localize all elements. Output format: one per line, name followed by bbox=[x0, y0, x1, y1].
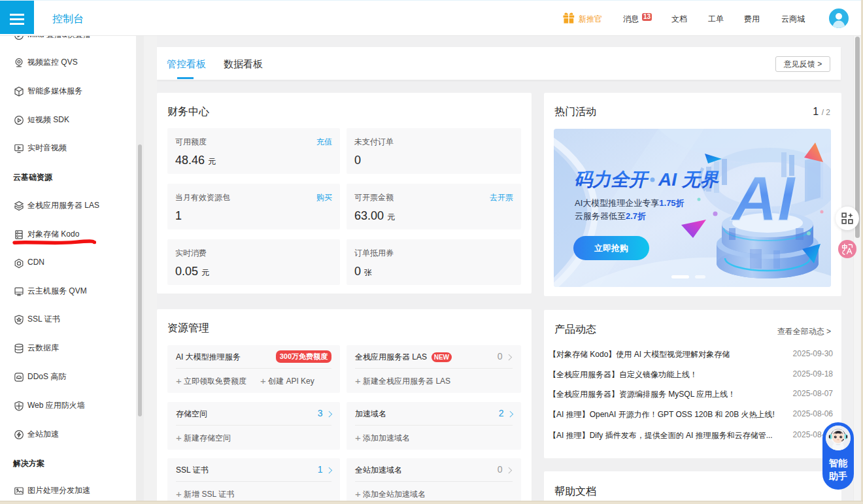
svg-text:立即抢购: 立即抢购 bbox=[594, 243, 628, 253]
svg-text:AI大模型推理企业专享1.75折: AI大模型推理企业专享1.75折 bbox=[575, 198, 685, 208]
svg-text:AI: AI bbox=[730, 163, 796, 234]
svg-text:码力全开: 码力全开 bbox=[574, 169, 650, 190]
svg-text:AI 无界: AI 无界 bbox=[658, 169, 720, 190]
svg-text:云服务器低至2.7折: 云服务器低至2.7折 bbox=[575, 211, 646, 221]
